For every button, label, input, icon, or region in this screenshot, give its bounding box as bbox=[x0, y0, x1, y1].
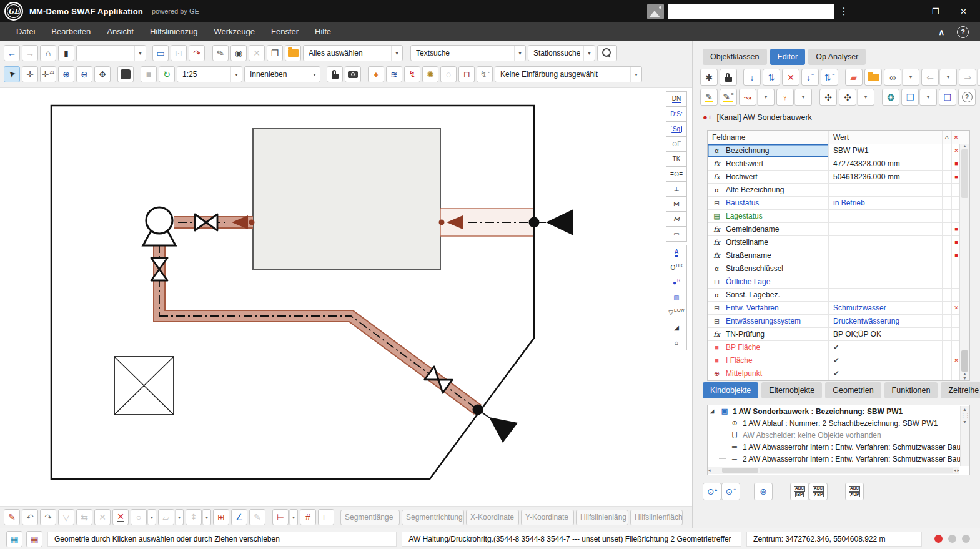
help-button[interactable]: ? bbox=[958, 89, 976, 106]
trace-curve-button[interactable]: ↝ bbox=[739, 89, 756, 106]
egw-symbol-button[interactable]: ▽EGW bbox=[666, 305, 687, 320]
angle-lock-button[interactable]: ∠ bbox=[231, 509, 247, 525]
menu-bearbeiten[interactable]: Bearbeiten bbox=[43, 22, 99, 41]
ground-symbol-button[interactable]: ⊥ bbox=[666, 181, 687, 197]
menu-hilfslinienzug[interactable]: Hilfslinienzug bbox=[142, 22, 206, 41]
selection-mode[interactable]: Alles auswählen▾ bbox=[303, 45, 403, 61]
zoom-extents-button[interactable]: ⊡ bbox=[171, 45, 187, 61]
valve-symbol-button[interactable]: ⋈ bbox=[666, 196, 687, 212]
comet-theme-button[interactable]: ◌ bbox=[440, 66, 457, 82]
segment-direction-field[interactable]: Segmentrichtung bbox=[402, 510, 464, 525]
map-overview-1-button[interactable]: ▦ bbox=[6, 531, 22, 547]
clear-selection-button[interactable]: ✕ bbox=[249, 45, 265, 61]
tab-geometrien[interactable]: Geometrien bbox=[825, 382, 881, 398]
info-tool-button[interactable] bbox=[117, 66, 134, 82]
tab-op-analyser[interactable]: Op Analyser bbox=[808, 49, 866, 65]
y-coordinate-field[interactable]: Y-Koordinate bbox=[521, 510, 574, 525]
view-name[interactable]: ▾ bbox=[76, 45, 146, 61]
style-brush-button[interactable]: ✎ bbox=[212, 45, 229, 61]
tree-item[interactable]: ═1 AW Abwasserrohr intern : Entw. Verfah… bbox=[708, 441, 969, 453]
window-layout-button[interactable]: ❐ bbox=[267, 45, 283, 61]
tab-objektklassen[interactable]: Objektklassen bbox=[703, 49, 767, 65]
menu-werkzeuge[interactable]: Werkzeuge bbox=[205, 22, 263, 41]
pipe-theme-button[interactable]: ⊓ bbox=[458, 66, 475, 82]
dn-dimension-button[interactable]: DN bbox=[666, 91, 687, 107]
house-symbol-button[interactable]: ⌂ bbox=[666, 335, 687, 350]
electric-theme-button[interactable]: ↯ bbox=[404, 66, 420, 82]
titlebar-search-input[interactable] bbox=[668, 4, 834, 19]
rotate-symbol-ccw-button[interactable]: ⊙▴ bbox=[703, 483, 721, 500]
pan-tool-button[interactable]: ✥ bbox=[94, 66, 111, 82]
refresh-view-button[interactable]: ↻ bbox=[159, 66, 175, 82]
ruler-symbol-button[interactable]: ▥ bbox=[666, 290, 687, 305]
tab-kindobjekte[interactable]: Kindobjekte bbox=[703, 382, 758, 398]
snapshot-button[interactable] bbox=[345, 66, 361, 82]
schematic-drawing[interactable] bbox=[0, 88, 692, 507]
kebab-menu-icon[interactable]: ⋮ bbox=[838, 6, 849, 17]
topology-merge-button[interactable]: ✣ bbox=[839, 89, 856, 106]
property-row[interactable]: ▤Lagestatus bbox=[708, 210, 969, 223]
target-select-button[interactable]: ◉ bbox=[230, 45, 247, 61]
lock-edit-button[interactable]: ✎ bbox=[249, 509, 265, 525]
column-flag[interactable]: ✕ bbox=[952, 131, 961, 144]
column-feldname[interactable]: Feldname bbox=[708, 131, 829, 144]
delete-object-button[interactable]: ✕ bbox=[782, 69, 799, 86]
property-row[interactable]: ⊟Baustatusin Betrieb bbox=[708, 197, 969, 210]
property-row[interactable]: fxTN-PrüfungBP OK;ÜP OK bbox=[708, 328, 969, 341]
menu-datei[interactable]: Datei bbox=[8, 22, 43, 41]
z-offset-dropdown[interactable]: ▾ bbox=[202, 509, 211, 525]
run-search-button[interactable] bbox=[597, 45, 617, 61]
property-row[interactable]: fxRechtswert472743828.000 mm■ bbox=[708, 157, 969, 171]
bolt-drop-theme-button[interactable]: ↯▪ bbox=[477, 66, 493, 82]
value-sync-segment-button[interactable]: ⇅~ bbox=[821, 69, 838, 86]
label-no-bp-button[interactable]: ABC✗BP bbox=[809, 483, 828, 500]
crosshair-numbered-tool-button[interactable]: ✛21 bbox=[40, 66, 56, 82]
property-row[interactable]: ■I Fläche✓✕ bbox=[708, 354, 969, 367]
screenshot-icon[interactable] bbox=[647, 4, 664, 19]
property-row[interactable]: αAlte Bezeichnung bbox=[708, 184, 969, 197]
select-tool-button[interactable]: ➤ bbox=[4, 66, 20, 82]
binoculars-dropdown[interactable]: ▾ bbox=[902, 69, 919, 86]
water-theme-button[interactable]: ≋ bbox=[386, 66, 402, 82]
scale-select[interactable]: 1:25▾ bbox=[177, 66, 242, 82]
circle-tool-button[interactable]: ○ bbox=[131, 509, 147, 525]
triangle-symbol-button[interactable]: ◢ bbox=[666, 320, 687, 335]
lock-object-button[interactable] bbox=[720, 69, 737, 86]
property-row[interactable]: fxHochwert504618236.000 mm■ bbox=[708, 171, 969, 184]
menu-ansicht[interactable]: Ansicht bbox=[99, 22, 142, 41]
topology-merge-dropdown[interactable]: ▾ bbox=[857, 89, 874, 106]
minimize-button[interactable]: — bbox=[893, 0, 921, 22]
gear-theme-button[interactable]: ✺ bbox=[422, 66, 438, 82]
guide-area-field[interactable]: Hilfslinienfläch bbox=[630, 510, 683, 525]
rotate-symbol-cw-button[interactable]: ⊙+ bbox=[721, 483, 740, 500]
eraser-button[interactable]: ▰ bbox=[845, 69, 863, 86]
record-forward-dropdown[interactable]: ▾ bbox=[977, 69, 980, 86]
grid-snap-button[interactable]: # bbox=[300, 509, 316, 525]
menu-hilfe[interactable]: Hilfe bbox=[307, 22, 339, 41]
record-back-button[interactable]: ⇐ bbox=[921, 69, 939, 86]
corner-tool-button[interactable]: ∟ bbox=[318, 509, 334, 525]
place-marker-dropdown[interactable]: ▾ bbox=[794, 89, 812, 106]
cut-point-button[interactable]: ✕ bbox=[94, 509, 111, 525]
r-point-button[interactable]: ●R bbox=[666, 275, 687, 290]
polygon-snap-button[interactable]: ⊞ bbox=[213, 509, 229, 525]
place-marker-button[interactable]: ♀ bbox=[776, 89, 794, 106]
tree-vscrollbar[interactable]: ▲⋮⋮▼ bbox=[960, 406, 969, 466]
geom-redo-button[interactable]: ↷ bbox=[40, 509, 56, 525]
polygon-tool-button[interactable]: ▽ bbox=[58, 509, 74, 525]
hr-node-button[interactable]: OHR bbox=[666, 260, 687, 275]
property-row[interactable]: αSonst. Lagebez. bbox=[708, 289, 969, 302]
object-protection-button[interactable]: ✱ bbox=[700, 69, 718, 86]
nav-back-button[interactable]: ← bbox=[4, 45, 20, 61]
edit-geometry-button[interactable]: ✎ bbox=[4, 509, 20, 525]
trace-curve-dropdown[interactable]: ▾ bbox=[757, 89, 775, 106]
property-row[interactable]: ⊟Örtliche Lage bbox=[708, 275, 969, 289]
property-row[interactable]: ⊕Mittelpunkt✓ bbox=[708, 367, 969, 380]
doc-settings-dropdown[interactable]: ▾ bbox=[919, 89, 937, 106]
move-path-button[interactable]: ⇆ bbox=[76, 509, 92, 525]
x-coordinate-field[interactable]: X-Koordinate bbox=[466, 510, 519, 525]
maximize-button[interactable]: ❐ bbox=[921, 0, 949, 22]
nav-forward-button[interactable]: → bbox=[22, 45, 38, 61]
tab-elternobjekte[interactable]: Elternobjekte bbox=[761, 382, 822, 398]
draw-pencil-button[interactable]: ✎ bbox=[700, 89, 718, 106]
